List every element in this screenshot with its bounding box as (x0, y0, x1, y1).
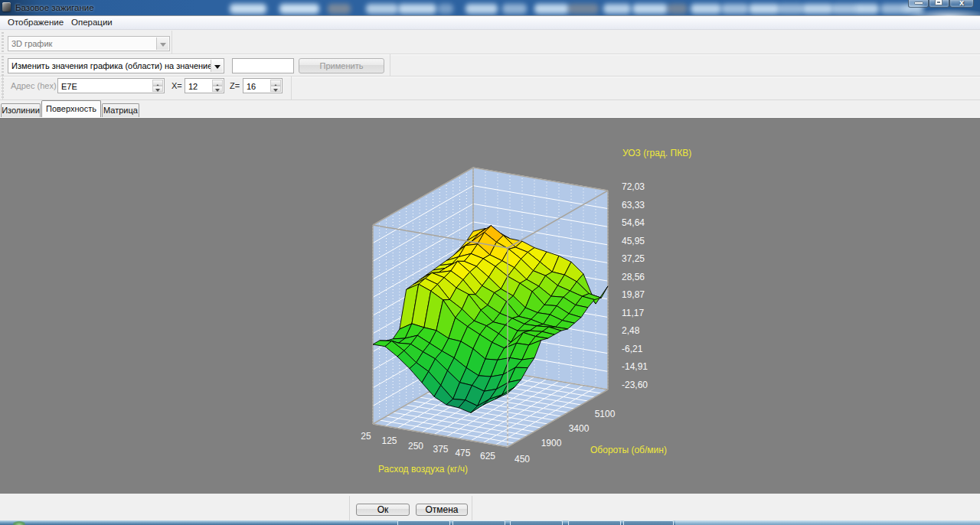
svg-text:63,33: 63,33 (622, 200, 645, 210)
svg-text:-23,60: -23,60 (622, 380, 648, 390)
svg-text:72,03: 72,03 (622, 181, 645, 192)
svg-text:37,25: 37,25 (622, 253, 645, 264)
svg-text:54,64: 54,64 (622, 217, 645, 228)
svg-text:475: 475 (455, 448, 470, 458)
svg-text:3400: 3400 (569, 423, 590, 434)
svg-text:375: 375 (433, 444, 448, 455)
svg-text:450: 450 (514, 454, 530, 465)
svg-text:19,87: 19,87 (622, 289, 645, 300)
svg-text:625: 625 (480, 451, 495, 461)
svg-text:11,17: 11,17 (622, 308, 644, 318)
svg-text:125: 125 (381, 435, 397, 446)
svg-text:5100: 5100 (595, 409, 616, 419)
svg-text:45,95: 45,95 (622, 236, 645, 246)
svg-text:-14,91: -14,91 (622, 361, 648, 372)
svg-text:Расход воздуха (кг/ч): Расход воздуха (кг/ч) (378, 464, 468, 474)
svg-text:250: 250 (408, 441, 423, 452)
svg-text:Обороты (об/мин): Обороты (об/мин) (590, 445, 667, 455)
svg-text:28,56: 28,56 (622, 272, 645, 282)
svg-text:1900: 1900 (541, 438, 562, 448)
svg-text:-6,21: -6,21 (622, 344, 643, 354)
svg-text:25: 25 (361, 431, 371, 442)
svg-text:2,48: 2,48 (622, 325, 640, 336)
svg-text:УОЗ (град. ПКВ): УОЗ (град. ПКВ) (622, 148, 691, 158)
